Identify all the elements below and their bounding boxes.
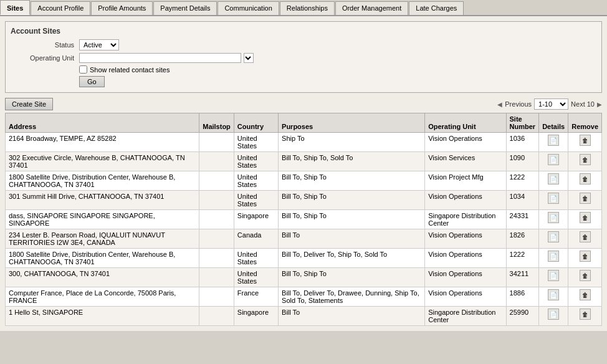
table-row: 301 Summit Hill Drive, CHATTANOOGA, TN 3… <box>6 191 602 210</box>
operating-unit-dropdown[interactable] <box>244 53 254 63</box>
cell-operating_unit: Vision Operations <box>425 268 506 287</box>
toolbar: Create Site ◀ Previous 1-10 11-20 21-30 … <box>5 98 602 110</box>
sites-table: Address Mailstop Country Purposes Operat… <box>5 113 602 326</box>
tab-communication[interactable]: Communication <box>217 1 279 15</box>
cell-address: 302 Executive Circle, Warehouse B, CHATT… <box>6 152 199 171</box>
cell-details: 📄 <box>539 287 568 307</box>
col-header-remove: Remove <box>568 113 602 133</box>
cell-details: 📄 <box>539 210 568 229</box>
tab-sites[interactable]: Sites <box>0 0 30 15</box>
cell-purposes: Bill To, Ship To <box>279 191 425 210</box>
tab-relationships[interactable]: Relationships <box>280 1 335 15</box>
details-button[interactable]: 📄 <box>548 231 559 242</box>
tab-late-charges[interactable]: Late Charges <box>409 1 464 15</box>
table-row: 302 Executive Circle, Warehouse B, CHATT… <box>6 152 602 171</box>
status-select[interactable]: Active Inactive All <box>79 39 119 50</box>
remove-button[interactable]: 🗑 <box>580 309 591 320</box>
remove-button[interactable]: 🗑 <box>580 193 591 204</box>
operating-unit-input[interactable] <box>79 53 241 63</box>
status-label: Status <box>11 41 79 49</box>
cell-purposes: Bill To <box>279 307 425 326</box>
details-button[interactable]: 📄 <box>548 135 559 146</box>
details-button[interactable]: 📄 <box>548 289 559 300</box>
go-button[interactable]: Go <box>79 76 105 87</box>
remove-button[interactable]: 🗑 <box>580 289 591 300</box>
cell-address: 301 Summit Hill Drive, CHATTANOOGA, TN 3… <box>6 191 199 210</box>
cell-operating_unit: Vision Project Mfg <box>425 171 506 191</box>
remove-button[interactable]: 🗑 <box>580 173 591 184</box>
remove-button[interactable]: 🗑 <box>580 212 591 223</box>
remove-button[interactable]: 🗑 <box>580 154 591 165</box>
cell-purposes: Bill To <box>279 229 425 249</box>
cell-address: 2164 Broadway, TEMPE, AZ 85282 <box>6 133 199 152</box>
cell-country: Singapore <box>234 210 278 229</box>
details-button[interactable]: 📄 <box>548 193 559 204</box>
cell-operating_unit: Vision Operations <box>425 191 506 210</box>
details-button[interactable]: 📄 <box>548 154 559 165</box>
cell-mailstop <box>199 249 234 268</box>
cell-purposes: Bill To, Deliver To, Ship To, Sold To <box>279 249 425 268</box>
cell-details: 📄 <box>539 191 568 210</box>
tab-profile-amounts[interactable]: Profile Amounts <box>91 1 153 15</box>
previous-link[interactable]: Previous <box>505 100 532 108</box>
cell-site_number: 25990 <box>506 307 539 326</box>
cell-details: 📄 <box>539 249 568 268</box>
cell-address: 234 Lester B. Pearson Road, IQUALUIT NUN… <box>6 229 199 249</box>
cell-purposes: Bill To, Deliver To, Drawee, Dunning, Sh… <box>279 287 425 307</box>
remove-button[interactable]: 🗑 <box>580 251 591 262</box>
cell-details: 📄 <box>539 171 568 191</box>
cell-address: Computer France, Place de La Concorde, 7… <box>6 287 199 307</box>
table-header-row: Address Mailstop Country Purposes Operat… <box>6 113 602 133</box>
cell-purposes: Bill To, Ship To, Sold To <box>279 152 425 171</box>
section-title: Account Sites <box>11 27 596 36</box>
cell-site_number: 1222 <box>506 171 539 191</box>
cell-site_number: 1036 <box>506 133 539 152</box>
col-header-address: Address <box>6 113 199 133</box>
details-button[interactable]: 📄 <box>548 270 559 281</box>
operating-unit-label: Operating Unit <box>11 54 79 62</box>
cell-mailstop <box>199 152 234 171</box>
remove-button[interactable]: 🗑 <box>580 231 591 242</box>
cell-remove: 🗑 <box>568 171 602 191</box>
col-header-country: Country <box>234 113 278 133</box>
cell-operating_unit: Vision Operations <box>425 249 506 268</box>
cell-address: dass, SINGAPORE SINGAPORE SINGAPORE, SIN… <box>6 210 199 229</box>
account-sites-box: Account Sites Status Active Inactive All… <box>5 21 602 93</box>
cell-details: 📄 <box>539 152 568 171</box>
table-row: 234 Lester B. Pearson Road, IQUALUIT NUN… <box>6 229 602 249</box>
details-button[interactable]: 📄 <box>548 212 559 223</box>
cell-site_number: 34211 <box>506 268 539 287</box>
cell-address: 1800 Satellite Drive, Distribution Cente… <box>6 171 199 191</box>
remove-button[interactable]: 🗑 <box>580 135 591 146</box>
table-row: dass, SINGAPORE SINGAPORE SINGAPORE, SIN… <box>6 210 602 229</box>
cell-country: United States <box>234 191 278 210</box>
cell-address: 300, CHATTANOOGA, TN 37401 <box>6 268 199 287</box>
details-button[interactable]: 📄 <box>548 251 559 262</box>
tab-payment-details[interactable]: Payment Details <box>153 1 217 15</box>
cell-purposes: Bill To, Ship To <box>279 268 425 287</box>
cell-purposes: Ship To <box>279 133 425 152</box>
create-site-button[interactable]: Create Site <box>5 98 53 110</box>
tab-order-management[interactable]: Order Management <box>335 1 408 15</box>
col-header-site-number: SiteNumber <box>506 113 539 133</box>
cell-operating_unit: Vision Operations <box>425 229 506 249</box>
tab-account-profile[interactable]: Account Profile <box>31 1 90 15</box>
cell-site_number: 1090 <box>506 152 539 171</box>
cell-operating_unit: Vision Operations <box>425 133 506 152</box>
details-button[interactable]: 📄 <box>548 173 559 184</box>
pagination: ◀ Previous 1-10 11-20 21-30 Next 10 ▶ <box>497 98 602 110</box>
show-related-checkbox[interactable] <box>79 65 87 74</box>
details-button[interactable]: 📄 <box>548 309 559 320</box>
next-link[interactable]: Next 10 <box>571 100 595 108</box>
next-arrow-icon: ▶ <box>597 101 602 108</box>
table-row: 1 Hello St, SINGAPORESingaporeBill ToSin… <box>6 307 602 326</box>
cell-remove: 🗑 <box>568 152 602 171</box>
cell-mailstop <box>199 191 234 210</box>
page-range-select[interactable]: 1-10 11-20 21-30 <box>534 98 568 110</box>
cell-country: United States <box>234 268 278 287</box>
col-header-mailstop: Mailstop <box>199 113 234 133</box>
cell-operating_unit: Vision Services <box>425 152 506 171</box>
status-control: Active Inactive All <box>79 39 119 50</box>
remove-button[interactable]: 🗑 <box>580 270 591 281</box>
cell-mailstop <box>199 210 234 229</box>
